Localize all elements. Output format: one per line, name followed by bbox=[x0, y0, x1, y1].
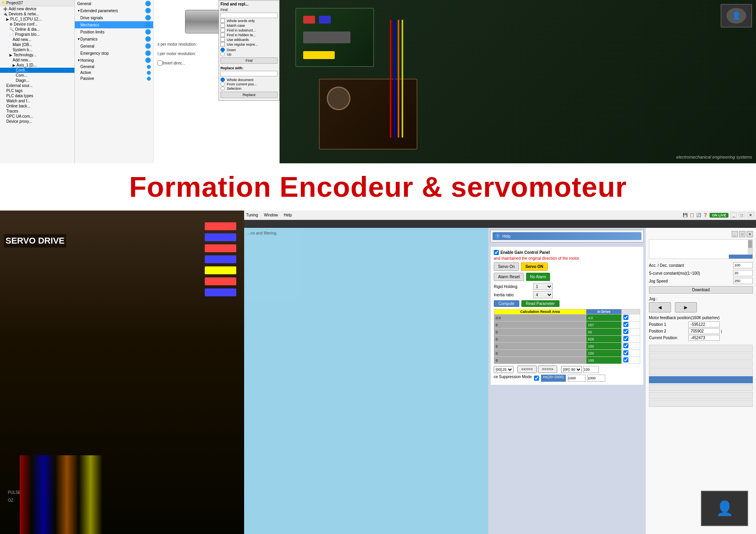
find-input[interactable] bbox=[220, 13, 278, 18]
row-cb-3[interactable] bbox=[623, 336, 628, 341]
tree-diag[interactable]: Diagn... bbox=[0, 78, 74, 83]
gain-checkbox[interactable] bbox=[494, 250, 499, 255]
whole-doc-opt[interactable]: Whole document bbox=[220, 78, 278, 82]
rigid-holding-select[interactable]: 123 bbox=[533, 283, 553, 290]
suppression-input[interactable] bbox=[568, 375, 586, 382]
down-rb[interactable] bbox=[220, 48, 225, 52]
tree-com[interactable]: Com... bbox=[0, 73, 74, 78]
tree-watch[interactable]: Watch and f... bbox=[0, 98, 74, 103]
whole-words-cb[interactable] bbox=[220, 18, 225, 23]
tree-axis[interactable]: ▶ Axis_1 [D... bbox=[0, 63, 74, 68]
tree-add-new[interactable]: Add new... bbox=[0, 37, 74, 42]
wildcards-opt[interactable]: Use wildcards bbox=[220, 37, 278, 42]
invert-checkbox[interactable] bbox=[158, 59, 163, 67]
toolbar-icon4[interactable]: ❓ bbox=[703, 213, 708, 217]
find-substruct-opt[interactable]: Find in substruct... bbox=[220, 28, 278, 32]
find-button[interactable]: Find bbox=[220, 57, 278, 64]
tree-system[interactable]: System b... bbox=[0, 47, 74, 52]
match-case-cb[interactable] bbox=[220, 23, 225, 28]
config-passive[interactable]: Passive bbox=[75, 76, 153, 81]
tree-device-proxy[interactable]: Device proxy... bbox=[0, 119, 74, 124]
config-dyn-general[interactable]: General bbox=[75, 42, 153, 50]
tree-add-device[interactable]: ➕ Add new device bbox=[0, 6, 74, 11]
from-current-opt[interactable]: From current pos... bbox=[220, 82, 278, 86]
jog-left-btn[interactable]: ◄ bbox=[649, 302, 671, 312]
tree-external[interactable]: External sour... bbox=[0, 83, 74, 88]
selection-rb[interactable] bbox=[220, 86, 225, 91]
minimize-btn[interactable]: _ bbox=[730, 212, 737, 218]
suppression-cb[interactable] bbox=[534, 375, 539, 382]
toolbar-icon1[interactable]: 💾 bbox=[683, 213, 687, 217]
config-position[interactable]: Position limits bbox=[75, 28, 153, 35]
jog-speed-input[interactable] bbox=[733, 278, 753, 284]
tree-technology[interactable]: ▶ Technology... bbox=[0, 52, 74, 57]
row-cb-1[interactable] bbox=[623, 322, 628, 327]
regex-cb[interactable] bbox=[220, 42, 225, 46]
servo-on-btn[interactable]: Servo On bbox=[494, 262, 519, 271]
no-alarm-btn[interactable]: No Alarm bbox=[526, 273, 550, 281]
gain-enable-label[interactable]: Enable Gain Control Panel bbox=[494, 250, 640, 255]
max-btn[interactable]: □ bbox=[739, 231, 745, 237]
find-hidden-cb[interactable] bbox=[220, 33, 225, 37]
row-cb-6[interactable] bbox=[623, 357, 628, 362]
toolbar-help[interactable]: Help bbox=[284, 213, 292, 217]
config-hom-general[interactable]: General bbox=[75, 64, 153, 70]
maximize-btn[interactable]: □ bbox=[739, 212, 745, 218]
config-emergency[interactable]: Emergency stop bbox=[75, 50, 153, 57]
left-arrow-btn[interactable]: <<=== bbox=[517, 366, 537, 373]
right-val-input[interactable] bbox=[583, 366, 599, 373]
tree-add-new2[interactable]: Add new... bbox=[0, 57, 74, 63]
config-drive[interactable]: Drive signals bbox=[75, 14, 153, 21]
inertia-select[interactable]: 428 bbox=[533, 291, 553, 298]
compute-btn[interactable]: Compute bbox=[494, 300, 519, 307]
close-btn[interactable]: ✕ bbox=[747, 212, 754, 218]
find-hidden-opt[interactable]: Find in hidden te... bbox=[220, 33, 278, 37]
tree-online[interactable]: 🔍 Online & dia... bbox=[0, 27, 74, 32]
bottom-select-right[interactable]: [0F]: 80 bbox=[561, 366, 582, 373]
up-opt[interactable]: Up bbox=[220, 52, 278, 56]
row-cb-5[interactable] bbox=[623, 350, 628, 355]
selection-opt[interactable]: Selection bbox=[220, 86, 278, 91]
up-rb[interactable] bbox=[220, 52, 225, 56]
jog-right-btn[interactable]: ► bbox=[675, 302, 697, 312]
tree-config-selected[interactable]: Confi... bbox=[0, 68, 74, 73]
read-param-btn[interactable]: Read Parameter bbox=[521, 300, 560, 307]
close-btn2[interactable]: ✕ bbox=[747, 231, 753, 237]
tree-program[interactable]: 📄 Program blo... bbox=[0, 32, 74, 37]
right-arrow-btn[interactable]: ====> bbox=[538, 366, 557, 373]
tree-plc-data[interactable]: PLC data types bbox=[0, 93, 74, 98]
wildcards-cb[interactable] bbox=[220, 37, 225, 42]
replace-input[interactable] bbox=[220, 71, 278, 76]
servo-on-active-btn[interactable]: Servo ON bbox=[521, 262, 548, 271]
bottom-select-left[interactable]: [00]:25 bbox=[494, 366, 513, 373]
toolbar-tuning[interactable]: Tuning bbox=[246, 213, 258, 217]
s-curve-input[interactable] bbox=[733, 270, 753, 276]
download-btn[interactable]: Download bbox=[649, 286, 753, 294]
row-cb-4[interactable] bbox=[623, 343, 628, 348]
find-substruct-cb[interactable] bbox=[220, 28, 225, 32]
toolbar-icon3[interactable]: 🔄 bbox=[696, 213, 701, 217]
whole-words-opt[interactable]: Whole words only bbox=[220, 18, 278, 23]
tree-traces[interactable]: Traces bbox=[0, 109, 74, 114]
row-cb-2[interactable] bbox=[623, 329, 628, 334]
tree-devices[interactable]: 🔌 Devices & netw... bbox=[0, 11, 74, 17]
tree-plc-tags[interactable]: PLC tags bbox=[0, 88, 74, 93]
config-homing[interactable]: Homing bbox=[75, 57, 153, 64]
config-extended[interactable]: Extended parameters bbox=[75, 7, 153, 14]
row-cb-0[interactable] bbox=[623, 315, 628, 320]
config-general[interactable]: General bbox=[75, 0, 153, 7]
toolbar-window[interactable]: Window bbox=[264, 213, 278, 217]
alarm-reset-btn[interactable]: Alarm Reset bbox=[494, 273, 524, 281]
config-mechanics[interactable]: Mechanics bbox=[75, 21, 153, 28]
scroll-area[interactable] bbox=[649, 239, 753, 259]
scroll-thumb[interactable] bbox=[748, 240, 752, 248]
tree-plc[interactable]: ▶ PLC_1 [CPU 12... bbox=[0, 17, 74, 22]
from-current-rb[interactable] bbox=[220, 82, 225, 86]
tree-opc[interactable]: OPC UA com... bbox=[0, 114, 74, 119]
config-dynamics[interactable]: Dynamics bbox=[75, 35, 153, 42]
tree-online-back[interactable]: Online back... bbox=[0, 103, 74, 109]
tree-main[interactable]: Main [OB... bbox=[0, 42, 74, 47]
tree-device-conf[interactable]: ⚙ Device conf... bbox=[0, 22, 74, 27]
suppression-input2[interactable] bbox=[587, 375, 605, 382]
min-btn[interactable]: _ bbox=[732, 231, 738, 237]
